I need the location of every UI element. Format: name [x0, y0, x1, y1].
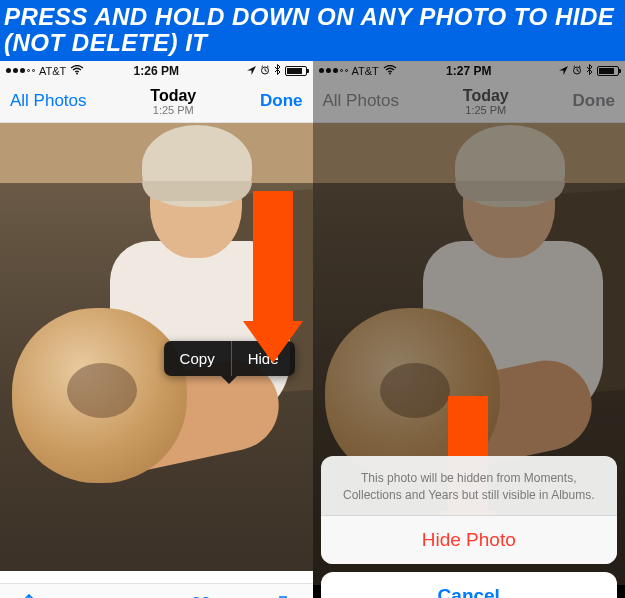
longpress-popover: Copy Hide	[164, 341, 295, 376]
action-sheet: This photo will be hidden from Moments, …	[321, 456, 618, 598]
battery-icon	[597, 66, 619, 76]
back-button[interactable]: All Photos	[10, 91, 87, 111]
hide-photo-button[interactable]: Hide Photo	[321, 515, 618, 564]
done-button: Done	[572, 91, 615, 111]
battery-icon	[285, 66, 307, 76]
nav-title-main: Today	[150, 87, 196, 105]
instruction-banner: PRESS AND HOLD DOWN ON ANY PHOTO TO HIDE…	[0, 0, 625, 61]
popover-hide[interactable]: Hide	[232, 341, 295, 376]
nav-title-sub: 1:25 PM	[150, 104, 196, 116]
cancel-button[interactable]: Cancel	[321, 572, 618, 598]
photo-toolbar: Edit	[0, 583, 313, 598]
sheet-message: This photo will be hidden from Moments, …	[321, 456, 618, 514]
popover-copy[interactable]: Copy	[164, 341, 231, 376]
status-bar: AT&T 1:26 PM	[0, 61, 313, 81]
back-button: All Photos	[323, 91, 400, 111]
status-bar: AT&T 1:27 PM	[313, 61, 626, 81]
status-time: 1:27 PM	[313, 64, 626, 78]
screen-after: AT&T 1:27 PM All Photos Today 1:25 PM Do…	[313, 61, 626, 598]
nav-title: Today 1:25 PM	[150, 87, 196, 116]
nav-title-sub: 1:25 PM	[463, 104, 509, 116]
nav-title: Today 1:25 PM	[463, 87, 509, 116]
nav-bar: All Photos Today 1:25 PM Done	[313, 81, 626, 123]
done-button[interactable]: Done	[260, 91, 303, 111]
status-time: 1:26 PM	[0, 64, 313, 78]
nav-bar: All Photos Today 1:25 PM Done	[0, 81, 313, 123]
screen-before: AT&T 1:26 PM All Photos Today 1:25 PM Do…	[0, 61, 313, 598]
screenshot-pair: AT&T 1:26 PM All Photos Today 1:25 PM Do…	[0, 61, 625, 598]
nav-title-main: Today	[463, 87, 509, 105]
